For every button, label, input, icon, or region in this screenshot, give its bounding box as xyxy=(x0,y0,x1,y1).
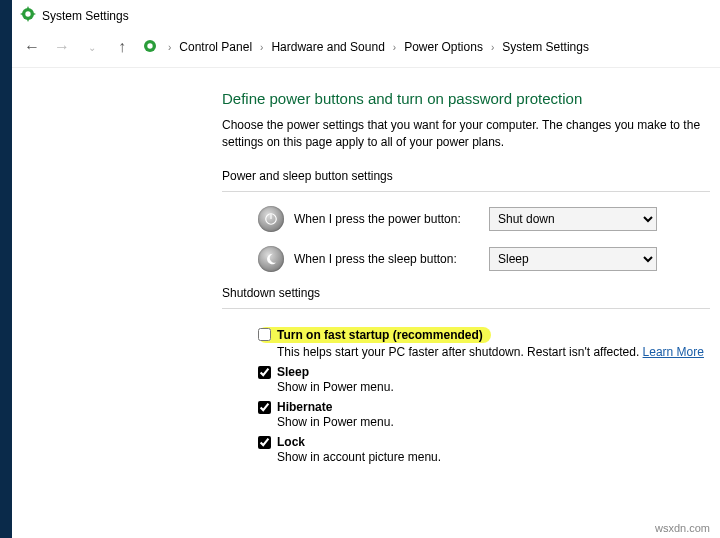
watermark: wsxdn.com xyxy=(655,522,710,534)
hibernate-label: Hibernate xyxy=(277,400,332,414)
sleep-button-select[interactable]: Sleep xyxy=(489,247,657,271)
up-button[interactable]: ↑ xyxy=(112,37,132,57)
shutdown-settings-label: Shutdown settings xyxy=(222,286,710,300)
lock-label: Lock xyxy=(277,435,305,449)
breadcrumb-power-options[interactable]: Power Options xyxy=(400,38,487,56)
divider xyxy=(222,191,710,192)
breadcrumb: › Control Panel › Hardware and Sound › P… xyxy=(168,38,593,56)
breadcrumb-system-settings[interactable]: System Settings xyxy=(498,38,593,56)
breadcrumb-hardware-sound[interactable]: Hardware and Sound xyxy=(267,38,388,56)
sleep-label: Sleep xyxy=(277,365,309,379)
lock-checkbox[interactable] xyxy=(258,436,271,449)
sleep-button-label: When I press the sleep button: xyxy=(294,252,479,266)
power-button-label: When I press the power button: xyxy=(294,212,479,226)
sleep-row: Sleep xyxy=(258,365,710,379)
window-title: System Settings xyxy=(42,9,129,23)
button-settings-label: Power and sleep button settings xyxy=(222,169,710,183)
fast-startup-checkbox[interactable] xyxy=(258,328,271,341)
svg-point-1 xyxy=(25,11,30,16)
back-button[interactable]: ← xyxy=(22,37,42,57)
svg-rect-4 xyxy=(21,13,24,14)
power-button-icon xyxy=(258,206,284,232)
sleep-button-icon xyxy=(258,246,284,272)
divider xyxy=(222,308,710,309)
svg-rect-2 xyxy=(27,7,28,10)
chevron-right-icon: › xyxy=(260,42,263,53)
lock-row: Lock xyxy=(258,435,710,449)
fast-startup-row: Turn on fast startup (recommended) xyxy=(258,327,491,343)
page-title: Define power buttons and turn on passwor… xyxy=(222,90,710,107)
system-settings-icon xyxy=(20,6,36,25)
chevron-right-icon: › xyxy=(491,42,494,53)
chevron-right-icon: › xyxy=(168,42,171,53)
fast-startup-sub: This helps start your PC faster after sh… xyxy=(277,345,710,359)
hibernate-checkbox[interactable] xyxy=(258,401,271,414)
navigation-bar: ← → ⌄ ↑ › Control Panel › Hardware and S… xyxy=(12,31,720,68)
sleep-sub: Show in Power menu. xyxy=(277,380,710,394)
forward-button[interactable]: → xyxy=(52,37,72,57)
svg-rect-5 xyxy=(33,13,36,14)
svg-rect-3 xyxy=(27,19,28,22)
power-button-select[interactable]: Shut down xyxy=(489,207,657,231)
recent-dropdown[interactable]: ⌄ xyxy=(82,37,102,57)
hibernate-sub: Show in Power menu. xyxy=(277,415,710,429)
power-options-icon xyxy=(142,38,158,57)
hibernate-row: Hibernate xyxy=(258,400,710,414)
chevron-right-icon: › xyxy=(393,42,396,53)
learn-more-link[interactable]: Learn More xyxy=(643,345,704,359)
breadcrumb-control-panel[interactable]: Control Panel xyxy=(175,38,256,56)
fast-startup-label: Turn on fast startup (recommended) xyxy=(277,328,483,342)
page-description: Choose the power settings that you want … xyxy=(222,117,710,151)
svg-point-7 xyxy=(147,43,152,48)
sleep-checkbox[interactable] xyxy=(258,366,271,379)
lock-sub: Show in account picture menu. xyxy=(277,450,710,464)
